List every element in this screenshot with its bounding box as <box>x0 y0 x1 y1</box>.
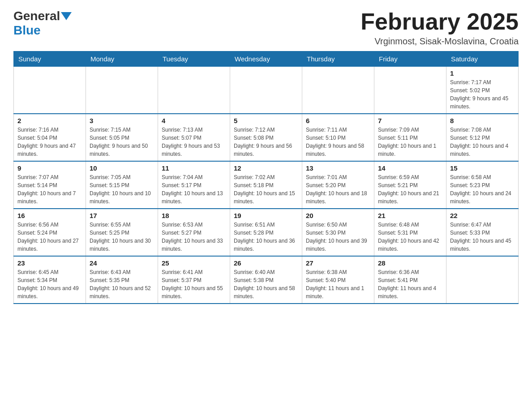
logo-general-text: General <box>13 9 60 23</box>
calendar-cell: 5Sunrise: 7:12 AMSunset: 5:08 PMDaylight… <box>230 114 302 161</box>
weekday-header-thursday: Thursday <box>302 51 374 67</box>
day-info: Sunrise: 6:48 AMSunset: 5:31 PMDaylight:… <box>378 221 442 253</box>
day-info: Sunrise: 7:12 AMSunset: 5:08 PMDaylight:… <box>234 126 298 158</box>
calendar-cell: 18Sunrise: 6:53 AMSunset: 5:27 PMDayligh… <box>158 209 230 256</box>
day-info: Sunrise: 6:45 AMSunset: 5:34 PMDaylight:… <box>17 268 82 300</box>
title-section: February 2025 Vrginmost, Sisak-Moslavina… <box>360 9 519 47</box>
logo: General Blue <box>13 9 73 38</box>
day-info: Sunrise: 7:09 AMSunset: 5:11 PMDaylight:… <box>378 126 442 158</box>
day-number: 13 <box>306 164 370 172</box>
day-number: 27 <box>306 259 370 267</box>
day-number: 21 <box>378 212 442 219</box>
calendar-cell: 15Sunrise: 6:58 AMSunset: 5:23 PMDayligh… <box>446 161 519 209</box>
day-info: Sunrise: 6:51 AMSunset: 5:28 PMDaylight:… <box>234 221 298 253</box>
day-number: 7 <box>378 117 442 124</box>
calendar-cell <box>446 256 519 304</box>
day-info: Sunrise: 7:02 AMSunset: 5:18 PMDaylight:… <box>234 173 298 206</box>
day-number: 1 <box>450 69 515 77</box>
day-number: 8 <box>450 117 515 124</box>
day-number: 24 <box>90 259 154 267</box>
calendar-week-row: 23Sunrise: 6:45 AMSunset: 5:34 PMDayligh… <box>14 256 519 304</box>
page-header: General Blue February 2025 Vrginmost, Si… <box>13 9 519 47</box>
weekday-header-sunday: Sunday <box>14 51 86 67</box>
calendar-cell <box>374 67 446 114</box>
calendar-header: SundayMondayTuesdayWednesdayThursdayFrid… <box>14 51 519 67</box>
weekday-header-saturday: Saturday <box>446 51 519 67</box>
calendar-cell: 1Sunrise: 7:17 AMSunset: 5:02 PMDaylight… <box>446 67 519 114</box>
calendar-cell: 4Sunrise: 7:13 AMSunset: 5:07 PMDaylight… <box>158 114 230 161</box>
calendar-cell: 19Sunrise: 6:51 AMSunset: 5:28 PMDayligh… <box>230 209 302 256</box>
calendar-table: SundayMondayTuesdayWednesdayThursdayFrid… <box>13 51 519 304</box>
day-info: Sunrise: 7:16 AMSunset: 5:04 PMDaylight:… <box>17 126 82 158</box>
calendar-cell <box>230 67 302 114</box>
day-number: 4 <box>162 117 226 124</box>
calendar-cell: 17Sunrise: 6:55 AMSunset: 5:25 PMDayligh… <box>86 209 158 256</box>
calendar-cell: 9Sunrise: 7:07 AMSunset: 5:14 PMDaylight… <box>14 161 86 209</box>
day-number: 2 <box>17 117 82 124</box>
day-number: 23 <box>17 259 82 267</box>
day-info: Sunrise: 6:40 AMSunset: 5:38 PMDaylight:… <box>234 268 298 300</box>
day-info: Sunrise: 7:08 AMSunset: 5:12 PMDaylight:… <box>450 126 515 158</box>
calendar-cell: 24Sunrise: 6:43 AMSunset: 5:35 PMDayligh… <box>86 256 158 304</box>
day-info: Sunrise: 6:50 AMSunset: 5:30 PMDaylight:… <box>306 221 370 253</box>
calendar-cell <box>86 67 158 114</box>
calendar-body: 1Sunrise: 7:17 AMSunset: 5:02 PMDaylight… <box>14 67 519 304</box>
day-info: Sunrise: 7:01 AMSunset: 5:20 PMDaylight:… <box>306 173 370 206</box>
day-info: Sunrise: 7:05 AMSunset: 5:15 PMDaylight:… <box>90 173 154 206</box>
weekday-header-tuesday: Tuesday <box>158 51 230 67</box>
calendar-week-row: 16Sunrise: 6:56 AMSunset: 5:24 PMDayligh… <box>14 209 519 256</box>
day-number: 11 <box>162 164 226 172</box>
calendar-cell: 10Sunrise: 7:05 AMSunset: 5:15 PMDayligh… <box>86 161 158 209</box>
day-number: 17 <box>90 212 154 219</box>
logo-blue-text: Blue <box>13 23 41 38</box>
day-number: 3 <box>90 117 154 124</box>
weekday-header-monday: Monday <box>86 51 158 67</box>
day-number: 12 <box>234 164 298 172</box>
calendar-cell: 6Sunrise: 7:11 AMSunset: 5:10 PMDaylight… <box>302 114 374 161</box>
day-info: Sunrise: 7:15 AMSunset: 5:05 PMDaylight:… <box>90 126 154 158</box>
month-title: February 2025 <box>360 9 519 34</box>
calendar-cell: 7Sunrise: 7:09 AMSunset: 5:11 PMDaylight… <box>374 114 446 161</box>
calendar-cell: 22Sunrise: 6:47 AMSunset: 5:33 PMDayligh… <box>446 209 519 256</box>
day-info: Sunrise: 7:17 AMSunset: 5:02 PMDaylight:… <box>450 78 515 111</box>
calendar-cell: 16Sunrise: 6:56 AMSunset: 5:24 PMDayligh… <box>14 209 86 256</box>
calendar-cell: 25Sunrise: 6:41 AMSunset: 5:37 PMDayligh… <box>158 256 230 304</box>
day-number: 10 <box>90 164 154 172</box>
location-subtitle: Vrginmost, Sisak-Moslavina, Croatia <box>360 36 519 47</box>
calendar-cell <box>14 67 86 114</box>
day-number: 28 <box>378 259 442 267</box>
day-info: Sunrise: 7:07 AMSunset: 5:14 PMDaylight:… <box>17 173 82 206</box>
calendar-cell: 8Sunrise: 7:08 AMSunset: 5:12 PMDaylight… <box>446 114 519 161</box>
weekday-header-wednesday: Wednesday <box>230 51 302 67</box>
day-info: Sunrise: 6:58 AMSunset: 5:23 PMDaylight:… <box>450 173 515 206</box>
calendar-week-row: 1Sunrise: 7:17 AMSunset: 5:02 PMDaylight… <box>14 67 519 114</box>
calendar-cell: 2Sunrise: 7:16 AMSunset: 5:04 PMDaylight… <box>14 114 86 161</box>
day-number: 19 <box>234 212 298 219</box>
day-info: Sunrise: 7:13 AMSunset: 5:07 PMDaylight:… <box>162 126 226 158</box>
day-number: 14 <box>378 164 442 172</box>
day-number: 16 <box>17 212 82 219</box>
day-info: Sunrise: 6:38 AMSunset: 5:40 PMDaylight:… <box>306 268 370 300</box>
day-info: Sunrise: 6:56 AMSunset: 5:24 PMDaylight:… <box>17 221 82 253</box>
calendar-cell: 14Sunrise: 6:59 AMSunset: 5:21 PMDayligh… <box>374 161 446 209</box>
calendar-cell: 11Sunrise: 7:04 AMSunset: 5:17 PMDayligh… <box>158 161 230 209</box>
day-info: Sunrise: 7:04 AMSunset: 5:17 PMDaylight:… <box>162 173 226 206</box>
day-info: Sunrise: 6:41 AMSunset: 5:37 PMDaylight:… <box>162 268 226 300</box>
day-info: Sunrise: 6:59 AMSunset: 5:21 PMDaylight:… <box>378 173 442 206</box>
calendar-week-row: 2Sunrise: 7:16 AMSunset: 5:04 PMDaylight… <box>14 114 519 161</box>
day-info: Sunrise: 6:47 AMSunset: 5:33 PMDaylight:… <box>450 221 515 253</box>
calendar-cell: 23Sunrise: 6:45 AMSunset: 5:34 PMDayligh… <box>14 256 86 304</box>
logo-arrow-icon <box>61 12 72 20</box>
day-info: Sunrise: 6:53 AMSunset: 5:27 PMDaylight:… <box>162 221 226 253</box>
day-number: 22 <box>450 212 515 219</box>
day-info: Sunrise: 7:11 AMSunset: 5:10 PMDaylight:… <box>306 126 370 158</box>
calendar-cell: 12Sunrise: 7:02 AMSunset: 5:18 PMDayligh… <box>230 161 302 209</box>
day-number: 5 <box>234 117 298 124</box>
calendar-cell: 21Sunrise: 6:48 AMSunset: 5:31 PMDayligh… <box>374 209 446 256</box>
day-info: Sunrise: 6:36 AMSunset: 5:41 PMDaylight:… <box>378 268 442 300</box>
calendar-cell: 27Sunrise: 6:38 AMSunset: 5:40 PMDayligh… <box>302 256 374 304</box>
calendar-cell: 3Sunrise: 7:15 AMSunset: 5:05 PMDaylight… <box>86 114 158 161</box>
calendar-cell: 13Sunrise: 7:01 AMSunset: 5:20 PMDayligh… <box>302 161 374 209</box>
weekday-header-friday: Friday <box>374 51 446 67</box>
calendar-cell: 20Sunrise: 6:50 AMSunset: 5:30 PMDayligh… <box>302 209 374 256</box>
